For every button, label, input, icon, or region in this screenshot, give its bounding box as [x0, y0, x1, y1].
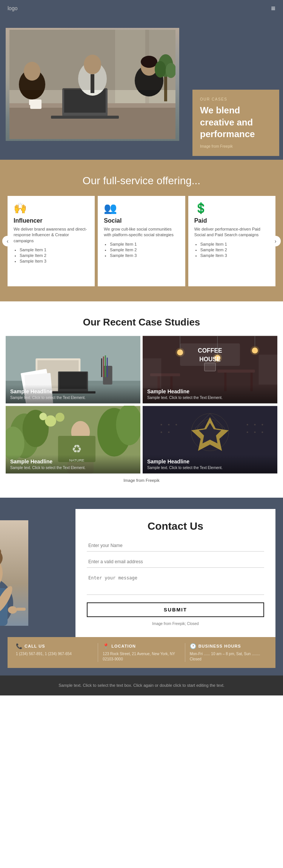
offering-name-social: Social: [104, 217, 179, 224]
influencer-icon: 🙌: [14, 202, 89, 214]
call-text: 1 (234) 567-891, 1 (234) 967-654: [16, 651, 93, 657]
list-item: Sample Item 3: [200, 253, 269, 258]
social-icon: 👥: [104, 202, 179, 214]
info-bar: 📞 CALL US 1 (234) 567-891, 1 (234) 967-6…: [8, 637, 275, 668]
case-item-1[interactable]: Sample Headline Sample text. Click to se…: [6, 336, 140, 403]
call-label: CALL US: [25, 644, 45, 648]
offering-card-influencer: 🙌 Influencer We deliver brand awareness …: [8, 196, 95, 286]
svg-rect-29: [103, 356, 104, 377]
svg-rect-9: [29, 99, 31, 105]
svg-point-93: [261, 431, 263, 433]
case-overlay-1: Sample Headline Sample text. Click to se…: [6, 385, 140, 403]
svg-point-92: [254, 431, 256, 433]
case-headline-2: Sample Headline: [147, 388, 273, 394]
list-item: Sample Item 3: [20, 259, 89, 263]
list-item: Sample Item 2: [200, 248, 269, 252]
svg-point-88: [247, 424, 248, 425]
svg-point-87: [168, 431, 169, 433]
offering-desc-social: We grow cult-like social communities wit…: [104, 226, 179, 238]
case-item-3[interactable]: ♻ NATURE Sample Headline Sample text. Cl…: [6, 406, 140, 474]
contact-email-input[interactable]: [87, 556, 264, 568]
list-item: Sample Item 1: [110, 242, 179, 246]
list-item: Sample Item 3: [110, 253, 179, 258]
case-text-2: Sample text. Click to select the Text El…: [147, 396, 273, 400]
case-studies-title: Our Recent Case Studies: [6, 316, 277, 328]
svg-point-89: [254, 424, 256, 425]
case-headline-3: Sample Headline: [10, 458, 136, 465]
case-text-3: Sample text. Click to select the Text El…: [10, 466, 136, 470]
carousel-prev-button[interactable]: ‹: [2, 236, 13, 246]
case-item-4[interactable]: Sample Headline Sample text. Click to se…: [143, 406, 277, 474]
list-item: Sample Item 2: [20, 253, 89, 258]
logo: logo: [8, 5, 17, 11]
svg-point-85: [175, 424, 177, 425]
case-item-2[interactable]: COFFEE HOUSE Sample Headline Sample text…: [143, 336, 277, 403]
svg-rect-58: [143, 358, 161, 388]
phone-icon: 📞: [16, 643, 22, 649]
offering-card-paid: 💲 Paid We deliver performance-driven Pai…: [188, 196, 275, 286]
svg-rect-28: [101, 358, 102, 377]
case-grid: Sample Headline Sample text. Click to se…: [6, 336, 277, 474]
svg-point-74: [39, 413, 47, 420]
contact-form: SUBMIT Image from Freepik; Closed: [87, 540, 264, 626]
case-image-credit: Image from Freepik: [6, 478, 277, 483]
hours-text: Mon-Fri ...... 10 am – 8 pm, Sat, Sun ..…: [190, 651, 267, 662]
case-text-4: Sample text. Click to select the Text El…: [147, 466, 273, 470]
contact-name-input[interactable]: [87, 540, 264, 552]
case-text-1: Sample text. Click to select the Text El…: [10, 396, 136, 400]
location-label: LOCATION: [111, 644, 136, 648]
list-item: Sample Item 1: [20, 248, 89, 252]
location-text: 123 Rock Street, 21 Avenue, New York, NY…: [103, 651, 180, 662]
hero-illustration: [9, 30, 175, 139]
svg-point-53: [251, 346, 260, 355]
offering-desc-influencer: We deliver brand awareness and direct-re…: [14, 226, 89, 244]
svg-point-83: [161, 424, 162, 425]
contact-section: Contact Us SUBMIT Image from Freepik; Cl…: [0, 498, 283, 675]
case-overlay-3: Sample Headline Sample text. Click to se…: [6, 455, 140, 474]
offering-list-social: Sample Item 1 Sample Item 2 Sample Item …: [104, 242, 179, 258]
svg-text:COFFEE: COFFEE: [198, 347, 222, 354]
clock-icon: 🕐: [190, 643, 196, 649]
hours-label: BUSINESS HOURS: [198, 644, 241, 648]
contact-submit-button[interactable]: SUBMIT: [87, 602, 264, 617]
svg-point-90: [261, 424, 263, 425]
location-icon: 📍: [103, 643, 109, 649]
case-headline-1: Sample Headline: [10, 388, 136, 394]
info-location: 📍 LOCATION 123 Rock Street, 21 Avenue, N…: [98, 643, 185, 662]
carousel-next-button[interactable]: ›: [270, 236, 281, 246]
offering-name-paid: Paid: [194, 217, 269, 224]
paid-icon: 💲: [194, 202, 269, 214]
svg-rect-57: [205, 363, 216, 371]
hero-image-credit: Image from Freepik: [200, 144, 272, 148]
contact-title: Contact Us: [87, 520, 264, 532]
offerings-section: Our full-service offering... ‹ 🙌 Influen…: [0, 160, 283, 301]
footer-text: Sample text. Click to select the text bo…: [8, 682, 275, 689]
svg-rect-110: [16, 608, 26, 611]
hero-title: We blend creative and performance: [200, 104, 272, 140]
navbar: logo ≡: [0, 0, 283, 17]
info-hours: 🕐 BUSINESS HOURS Mon-Fri ...... 10 am – …: [185, 643, 272, 662]
offering-desc-paid: We deliver performance-driven Paid Socia…: [194, 226, 269, 238]
svg-rect-22: [9, 30, 175, 90]
hero-image-inner: [6, 28, 179, 141]
contact-person-inner: [0, 520, 28, 626]
case-headline-4: Sample Headline: [147, 458, 273, 465]
svg-point-84: [168, 424, 169, 425]
contact-person-image: [0, 520, 28, 626]
svg-rect-31: [107, 358, 108, 377]
svg-text:♻: ♻: [72, 443, 82, 455]
hero-label: OUR CASES: [200, 97, 272, 101]
info-call: 📞 CALL US 1 (234) 567-891, 1 (234) 967-6…: [11, 643, 98, 662]
contact-message-input[interactable]: [87, 572, 264, 595]
svg-point-73: [55, 413, 65, 422]
menu-icon[interactable]: ≡: [271, 4, 275, 13]
contact-person-svg: [0, 520, 28, 626]
footer: Sample text. Click to select the text bo…: [0, 675, 283, 695]
offering-list-influencer: Sample Item 1 Sample Item 2 Sample Item …: [14, 248, 89, 263]
info-location-header: 📍 LOCATION: [103, 643, 180, 649]
contact-image-credit: Image from Freepik; Closed: [87, 622, 264, 626]
list-item: Sample Item 1: [200, 242, 269, 246]
svg-rect-42: [217, 370, 255, 373]
hero-section: OUR CASES We blend creative and performa…: [0, 17, 283, 160]
svg-text:HOUSE: HOUSE: [199, 356, 220, 362]
